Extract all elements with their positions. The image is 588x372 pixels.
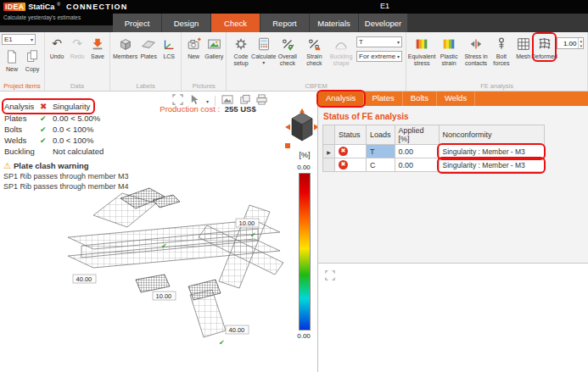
members-labels-button[interactable]: Members [112,34,138,60]
save-button[interactable]: Save [87,34,108,60]
loads-cell[interactable]: C [367,158,395,172]
chevron-down-icon[interactable]: ▾ [206,98,209,104]
result-tabs: Analysis Plates Bolts Welds [318,92,588,106]
plate-icon [141,34,156,53]
deformed-scale-stepper[interactable]: 1.00 ▴ ▾ [557,37,584,49]
production-cost-value: 255 US$ [225,104,256,114]
dim-label: 40.00 [76,275,92,283]
chevron-down-icon: ▾ [31,36,33,42]
fit-view-icon[interactable] [325,269,335,284]
calculate-button[interactable]: Calculate ▾ [254,34,274,66]
warning-icon: ⚠ [3,161,11,170]
group-label-project-items: Project items [0,82,44,90]
check-label: Welds [4,136,40,145]
group-label-labels: Labels [110,82,181,90]
tab-analysis[interactable]: Analysis [318,92,364,106]
check-icon: ✔ [40,125,53,134]
redo-button[interactable]: ↷ Redo [67,34,87,60]
undo-button[interactable]: ↶ Undo [47,34,67,60]
production-cost: Production cost : 255 US$ [127,104,288,114]
bolt-forces-button[interactable]: Bolt forces [490,34,513,67]
button-label: Plastic strain [436,53,462,67]
app-logo: IDEA StatiCa ® CONNECTION Calculate yest… [0,0,113,25]
expander-icon[interactable]: ▶ [327,149,331,155]
applied-cell[interactable]: 0.00 [395,158,439,172]
mesh-button[interactable]: Mesh [513,34,534,60]
button-label: Gallery [204,53,223,60]
column-header-applied[interactable]: Applied [%] [395,125,439,145]
tab-materials[interactable]: Materials [310,14,358,32]
column-header-loads[interactable]: Loads [367,125,395,145]
table-row[interactable]: ✖ C 0.00 Singularity : Member - M3 [323,158,545,172]
button-label: Undo [50,53,64,60]
view-cube[interactable] [283,108,321,152]
code-setup-button[interactable]: Code setup [228,34,253,67]
logo-row: IDEA StatiCa ® CONNECTION [3,2,113,12]
deformed-scale-value: 1.00 [557,40,578,47]
weld-check-icon: ✔ [161,242,167,250]
equivalent-stress-button[interactable]: Equivalent stress [408,34,435,67]
copy-item-button[interactable]: Copy [22,47,42,73]
strain-check-button[interactable]: Strain check [301,34,328,67]
buckling-shape-button[interactable]: Buckling shape [328,34,355,67]
check-value: 0.00 < 5.00% [53,114,100,123]
nonconformity-cell[interactable]: Singularity : Member - M3 [439,158,544,172]
button-label: Copy [25,66,39,73]
applied-cell[interactable]: 0.00 [395,145,439,158]
new-picture-button[interactable]: New [183,34,204,60]
tab-project[interactable]: Project [113,14,161,32]
ribbon-group-pictures: New Gallery Pictures [182,32,227,91]
analysis-status-row[interactable]: Analysis ✖ Singularity [3,100,93,113]
deformed-button[interactable]: Deformed [534,34,556,60]
redo-icon: ↷ [72,34,82,53]
model-view[interactable]: 10.00 40.00 10.00 40.00 ✔ ✔ ✔ [44,163,299,358]
nonconformity-cell[interactable]: Singularity : Member - M3 [439,145,544,158]
new-item-button[interactable]: New [2,47,22,73]
analysis-label: Analysis [4,102,40,111]
check-row-buckling[interactable]: Buckling Not calculated [4,146,156,157]
detail-pane [318,263,588,372]
tab-plates[interactable]: Plates [364,92,402,106]
check-row-welds[interactable]: Welds ✔ 0.0 < 100% [4,135,156,146]
group-label-fe-analysis: FE analysis [406,82,587,90]
ribbon-group-data: ↶ Undo ↷ Redo Save Data [45,32,110,91]
tab-design[interactable]: Design [162,14,210,32]
scale-min-label: 0.00 [288,332,319,340]
overall-check-button[interactable]: Overall check [274,34,301,67]
tab-bolts[interactable]: Bolts [403,92,437,106]
button-label: New [6,66,18,73]
tab-check[interactable]: Check [211,14,260,32]
cross-glyph: ✖ [339,147,348,156]
tab-developer[interactable]: Developer [359,14,407,32]
column-header-nonconformity[interactable]: Nonconformity [439,125,544,145]
tab-welds[interactable]: Welds [437,92,475,106]
gallery-button[interactable]: Gallery [204,34,224,60]
column-header-status[interactable]: Status [335,125,367,145]
load-effect-combo[interactable]: T ▾ [356,36,402,47]
extreme-combo[interactable]: For extreme ▾ [356,51,402,62]
logo-tagline: Calculate yesterday's estimates [3,14,113,20]
error-icon: ✖ [40,102,53,111]
weld-check-icon: ✔ [250,231,256,239]
table-row[interactable]: ▶ ✖ T 0.00 Singularity : Member - M3 [323,145,545,158]
expander-column-header [323,125,335,145]
project-item-combo[interactable]: E1 ▾ [2,34,36,45]
lcs-button[interactable]: LCS [159,34,179,60]
plates-labels-button[interactable]: Plates [138,34,159,60]
tab-report[interactable]: Report [260,14,309,32]
check-row-bolts[interactable]: Bolts ✔ 0.0 < 100% [4,124,156,135]
scale-unit-label: [%] [292,151,317,159]
check-row-plates[interactable]: Plates ✔ 0.00 < 5.00% [4,113,156,124]
button-label: LCS [163,53,175,60]
ribbon-group-cbfem: Code setup Calculate ▾ Overall check Str… [227,32,406,91]
spin-down-icon[interactable]: ▾ [579,43,583,48]
plastic-strain-button[interactable]: Plastic strain [435,34,462,67]
group-label-pictures: Pictures [182,82,226,90]
stress-in-contacts-button[interactable]: Stress in contacts [462,34,490,67]
stress-stripes-icon [414,34,429,53]
button-label: Overall check [275,53,300,67]
dim-label: 10.00 [156,292,172,300]
loads-cell[interactable]: T [367,145,395,158]
check-value: 0.0 < 100% [53,136,93,145]
ribbon: E1 ▾ New Copy Project items ↶ [0,32,588,92]
